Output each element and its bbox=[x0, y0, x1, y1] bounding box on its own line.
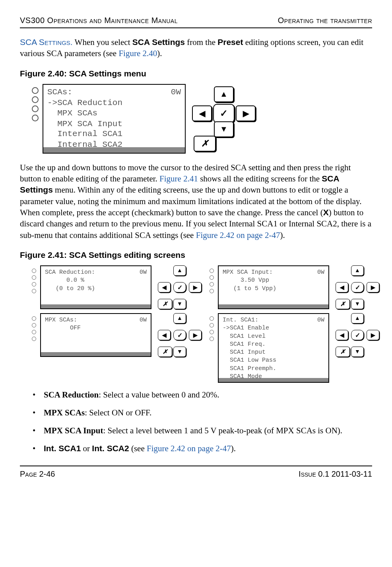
link-figure-241[interactable]: Figure 2.41 bbox=[159, 174, 198, 183]
arrow-left-icon: ◀ bbox=[340, 332, 344, 339]
up-button[interactable]: ▲ bbox=[214, 86, 234, 102]
left-button[interactable]: ◀ bbox=[336, 282, 348, 292]
led-indicator bbox=[210, 275, 214, 280]
page-footer: Page 2-46 Issue 0.1 2011-03-11 bbox=[20, 470, 372, 479]
header-rule bbox=[20, 27, 372, 28]
arrow-up-icon: ▲ bbox=[355, 267, 360, 274]
list-item: MPX SCA Input: Select a level between 1 … bbox=[44, 426, 372, 436]
right-button[interactable]: ▶ bbox=[236, 105, 256, 121]
led-indicator bbox=[32, 330, 36, 334]
link-figure-240[interactable]: Figure 2.40 bbox=[118, 49, 157, 58]
arrow-left-icon: ◀ bbox=[162, 284, 167, 291]
paragraph-sca-settings-intro: SCA Settings. When you select SCA Settin… bbox=[20, 37, 372, 59]
cancel-button[interactable] bbox=[336, 347, 350, 357]
led-indicator bbox=[210, 269, 214, 273]
arrow-right-icon: ▶ bbox=[193, 332, 198, 339]
arrow-right-icon: ▶ bbox=[371, 332, 375, 339]
footer-page: Page 2-46 bbox=[20, 470, 55, 479]
figure-241-grid: SCA Reduction:0W 0.0 % (0 to 20 %) ▲ ◀ ▶… bbox=[32, 265, 372, 383]
led-indicator bbox=[32, 96, 39, 103]
led-indicator bbox=[32, 289, 36, 293]
up-button[interactable]: ▲ bbox=[351, 313, 364, 323]
link-figure-242-b[interactable]: Figure 2.42 on page 2-47 bbox=[147, 444, 231, 453]
accept-button[interactable] bbox=[173, 282, 186, 292]
led-indicator bbox=[32, 115, 39, 121]
list-item: Int. SCA1 or Int. SCA2 (see Figure 2.42 … bbox=[44, 444, 372, 454]
arrow-up-icon: ▲ bbox=[177, 267, 182, 274]
accept-button[interactable] bbox=[351, 330, 364, 340]
arrow-up-icon: ▲ bbox=[177, 315, 182, 321]
arrow-up-icon: ▲ bbox=[355, 315, 360, 321]
arrow-right-icon: ▶ bbox=[371, 284, 375, 291]
led-indicator bbox=[210, 282, 214, 286]
down-button[interactable]: ▼ bbox=[173, 347, 186, 357]
screen-bottom-bar bbox=[43, 147, 185, 153]
led-indicator bbox=[32, 269, 36, 273]
down-button[interactable]: ▼ bbox=[351, 347, 364, 357]
right-button[interactable]: ▶ bbox=[189, 282, 202, 292]
panel-int-sca1: Int. SCA1:0W ->SCA1 Enable SCA1 Level SC… bbox=[210, 313, 379, 383]
footer-issue: Issue 0.1 2011-03-11 bbox=[299, 470, 372, 479]
left-button[interactable]: ◀ bbox=[158, 282, 171, 292]
panel-mpx-scas: MPX SCAs:0W OFF ▲ ◀ ▶ ▼ bbox=[32, 313, 202, 383]
cancel-button[interactable] bbox=[158, 347, 172, 357]
cancel-button[interactable] bbox=[336, 299, 350, 309]
figure-241-caption: Figure 2.41: SCA Settings editing screen… bbox=[20, 250, 372, 260]
led-indicator bbox=[32, 105, 39, 112]
down-button[interactable]: ▼ bbox=[351, 299, 364, 309]
list-item: MPX SCAs: Select ON or OFF. bbox=[44, 408, 372, 418]
up-button[interactable]: ▲ bbox=[351, 265, 364, 276]
down-button[interactable]: ▼ bbox=[214, 121, 234, 137]
led-indicator bbox=[32, 282, 36, 286]
up-button[interactable]: ▲ bbox=[173, 265, 186, 276]
page-header: VS300 Operations and Maintenance Manual … bbox=[20, 16, 372, 25]
control-pad: ▲ ◀ ▶ ▼ bbox=[192, 84, 256, 152]
led-indicator bbox=[32, 316, 36, 321]
arrow-down-icon: ▼ bbox=[177, 301, 182, 307]
led-indicator bbox=[32, 323, 36, 327]
cancel-button[interactable] bbox=[194, 136, 216, 152]
accept-button[interactable] bbox=[173, 330, 186, 340]
panel-sca-reduction: SCA Reduction:0W 0.0 % (0 to 20 %) ▲ ◀ ▶… bbox=[32, 265, 202, 309]
left-button[interactable]: ◀ bbox=[336, 330, 348, 340]
paragraph-instructions: Use the up and down buttons to move the … bbox=[20, 162, 372, 241]
led-indicator bbox=[210, 330, 214, 334]
arrow-left-icon: ◀ bbox=[340, 284, 344, 291]
arrow-right-icon: ▶ bbox=[193, 284, 198, 291]
right-button[interactable]: ▶ bbox=[367, 282, 379, 292]
settings-list: SCA Reduction: Select a value between 0 … bbox=[20, 390, 372, 454]
figure-240-caption: Figure 2.40: SCA Settings menu bbox=[20, 69, 372, 78]
arrow-left-icon: ◀ bbox=[199, 109, 205, 118]
led-indicator bbox=[210, 323, 214, 327]
led-indicator bbox=[32, 275, 36, 280]
list-item: SCA Reduction: Select a value between 0 … bbox=[44, 390, 372, 400]
arrow-down-icon: ▼ bbox=[355, 301, 360, 307]
right-button[interactable]: ▶ bbox=[189, 330, 202, 340]
arrow-left-icon: ◀ bbox=[162, 332, 167, 339]
arrow-down-icon: ▼ bbox=[177, 349, 182, 355]
header-right: Operating the transmitter bbox=[278, 16, 372, 25]
led-column bbox=[32, 87, 39, 121]
right-button[interactable]: ▶ bbox=[367, 330, 379, 340]
led-indicator bbox=[210, 289, 214, 293]
led-indicator bbox=[210, 337, 214, 341]
arrow-down-icon: ▼ bbox=[355, 349, 360, 355]
left-button[interactable]: ◀ bbox=[158, 330, 171, 340]
section-lead: SCA Settings. bbox=[20, 37, 73, 47]
down-button[interactable]: ▼ bbox=[173, 299, 186, 309]
footer-rule bbox=[20, 466, 372, 466]
led-indicator bbox=[32, 87, 39, 94]
link-figure-242-a[interactable]: Figure 2.42 on page 2-47 bbox=[196, 230, 280, 240]
lcd-screen: SCAs:0W ->SCA Reduction MPX SCAs MPX SCA… bbox=[43, 84, 186, 154]
led-indicator bbox=[210, 316, 214, 321]
accept-button[interactable] bbox=[213, 104, 235, 123]
led-indicator bbox=[32, 337, 36, 341]
panel-mpx-sca-input: MPX SCA Input:0W 3.50 Vpp (1 to 5 Vpp) ▲… bbox=[210, 265, 379, 309]
arrow-up-icon: ▲ bbox=[220, 90, 228, 99]
accept-button[interactable] bbox=[351, 282, 364, 292]
cancel-button[interactable] bbox=[158, 299, 172, 309]
up-button[interactable]: ▲ bbox=[173, 313, 186, 323]
arrow-right-icon: ▶ bbox=[243, 109, 249, 118]
left-button[interactable]: ◀ bbox=[192, 105, 212, 121]
arrow-down-icon: ▼ bbox=[220, 125, 228, 134]
